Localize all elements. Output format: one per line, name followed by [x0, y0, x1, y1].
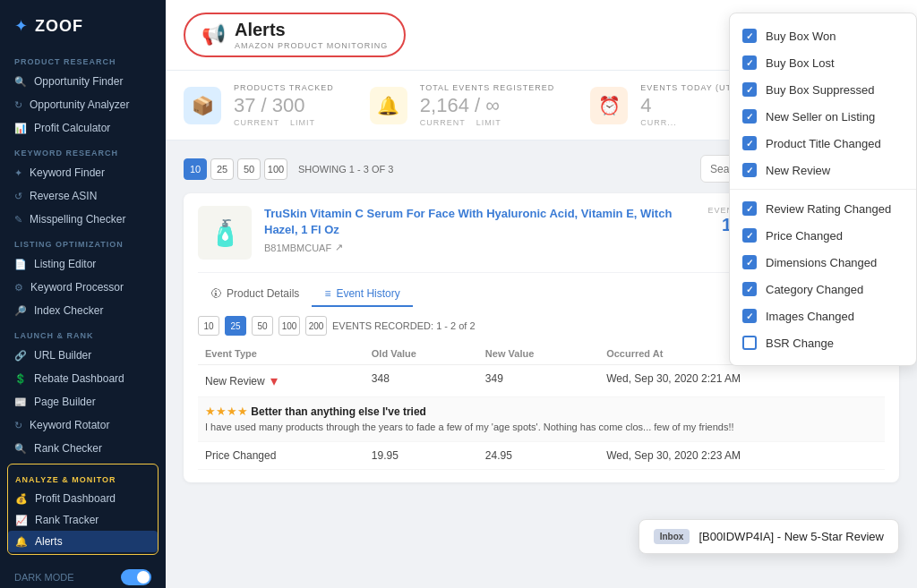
checkbox-price-changed[interactable]	[742, 228, 757, 243]
keyword-rotator-icon: ↻	[14, 420, 22, 431]
checkbox-new-seller[interactable]	[742, 109, 757, 124]
rebate-dashboard-icon: 💲	[14, 373, 27, 385]
sidebar-item-profit-calculator[interactable]: 📊Profit Calculator	[0, 116, 166, 140]
dropdown-label-buy-box-suppressed: Buy Box Suppressed	[766, 83, 874, 97]
alerts-title-text: Alerts AMAZON PRODUCT MONITORING	[235, 20, 388, 50]
chevron-down-icon[interactable]: ▾	[270, 372, 278, 389]
total-events-limit: ∞	[485, 94, 500, 116]
page-size-25[interactable]: 25	[210, 158, 234, 180]
alerts-subtitle: AMAZON PRODUCT MONITORING	[235, 41, 388, 50]
dropdown-item-new-review[interactable]: New Review	[730, 157, 916, 183]
checkbox-new-review[interactable]	[742, 163, 757, 177]
section-title-listing-optimization: LISTING OPTIMIZATION	[0, 231, 166, 252]
page-size-buttons: 10 25 50 100	[184, 158, 287, 180]
section-title-launch-rank: LAUNCH & RANK	[0, 322, 166, 344]
opportunity-analyzer-icon: ↻	[14, 99, 22, 111]
sidebar-item-url-builder[interactable]: 🔗URL Builder	[0, 344, 166, 367]
dropdown-item-buy-box-lost[interactable]: Buy Box Lost	[730, 49, 916, 76]
alerts-title: Alerts	[235, 20, 286, 39]
events-ps-25[interactable]: 25	[225, 316, 246, 336]
sidebar-item-listing-editor[interactable]: 📄Listing Editor	[0, 252, 166, 276]
page-size-50[interactable]: 50	[237, 158, 261, 180]
dropdown-item-category-changed[interactable]: Category Changed	[730, 276, 916, 303]
dropdown-item-dimensions-changed[interactable]: Dimensions Changed	[730, 249, 916, 276]
total-events-sublabels: CURRENT LIMIT	[420, 118, 554, 127]
dropdown-item-buy-box-won[interactable]: Buy Box Won	[730, 22, 916, 49]
checkbox-images-changed[interactable]	[742, 309, 757, 323]
products-tracked-sublabels: CURRENT LIMIT	[234, 118, 334, 127]
total-events-value: 2,164 / ∞	[420, 94, 554, 117]
section-title-analyze-monitor: ANALYZE & MONITOR	[8, 466, 158, 488]
tab-buttons: 🛈 Product Details ≡ Event History	[198, 282, 413, 307]
dropdown-item-bsr-change[interactable]: BSR Change	[730, 329, 916, 356]
tab-product-details[interactable]: 🛈 Product Details	[198, 282, 312, 307]
checkbox-buy-box-lost[interactable]	[742, 55, 757, 70]
events-ps-10[interactable]: 10	[198, 316, 219, 336]
sidebar-item-label: Keyword Rotator	[30, 419, 109, 431]
events-today-value: 4	[640, 94, 741, 117]
sidebar-item-keyword-finder[interactable]: ✦Keyword Finder	[0, 161, 166, 184]
sidebar: ✦ ZOOF PRODUCT RESEARCH 🔍Opportunity Fin…	[0, 0, 166, 588]
events-ps-200[interactable]: 200	[305, 316, 327, 336]
events-ps-50[interactable]: 50	[252, 316, 273, 336]
sidebar-item-rank-tracker[interactable]: 📈Rank Tracker	[8, 509, 158, 531]
dropdown-item-images-changed[interactable]: Images Changed	[730, 303, 916, 329]
checkbox-review-rating-changed[interactable]	[742, 201, 757, 216]
dropdown-label-buy-box-won: Buy Box Won	[766, 30, 836, 43]
checkbox-buy-box-won[interactable]	[742, 29, 757, 43]
checkbox-product-title-changed[interactable]	[742, 136, 757, 150]
tab-event-history[interactable]: ≡ Event History	[312, 282, 412, 307]
page-size-100[interactable]: 100	[264, 158, 287, 180]
sidebar-section-product-research: PRODUCT RESEARCH 🔍Opportunity Finder ↻Op…	[0, 48, 166, 140]
sidebar-item-keyword-rotator[interactable]: ↻Keyword Rotator	[0, 413, 166, 437]
stat-events-today: ⏰ EVENTS TODAY (UTC) 4 CURR...	[590, 83, 741, 127]
page-size-10[interactable]: 10	[184, 158, 207, 180]
dropdown-item-product-title-changed[interactable]: Product Title Changed	[730, 130, 916, 157]
event-type-cell: New Review ▾	[198, 365, 364, 397]
checkbox-dimensions-changed[interactable]	[742, 255, 757, 269]
sidebar-item-page-builder[interactable]: 📰Page Builder	[0, 390, 166, 413]
sidebar-item-profit-dashboard[interactable]: 💰Profit Dashboard	[8, 488, 158, 509]
url-builder-icon: 🔗	[14, 350, 27, 362]
events-ps-100[interactable]: 100	[279, 316, 300, 336]
checkbox-buy-box-suppressed[interactable]	[742, 82, 757, 97]
sidebar-item-keyword-processor[interactable]: ⚙Keyword Processor	[0, 276, 166, 299]
dropdown-item-price-changed[interactable]: Price Changed	[730, 222, 916, 249]
sidebar-item-index-checker[interactable]: 🔎Index Checker	[0, 299, 166, 322]
external-link-icon[interactable]: ↗	[335, 242, 343, 253]
sidebar-item-rebate-dashboard[interactable]: 💲Rebate Dashboard	[0, 367, 166, 390]
dropdown-label-new-review: New Review	[766, 164, 830, 177]
profit-calculator-icon: 📊	[14, 123, 27, 134]
products-tracked-numbers: PRODUCTS TRACKED 37 / 300 CURRENT LIMIT	[234, 83, 334, 127]
sidebar-item-reverse-asin[interactable]: ↺Reverse ASIN	[0, 184, 166, 208]
checkbox-category-changed[interactable]	[742, 282, 757, 296]
sidebar-item-label: Profit Dashboard	[35, 492, 116, 505]
dark-mode-label: DARK MODE	[14, 572, 74, 583]
inbox-badge: Inbox	[654, 529, 690, 544]
sidebar-item-label: Rank Checker	[34, 442, 102, 455]
section-title-product-research: PRODUCT RESEARCH	[0, 48, 166, 70]
events-today-current: 4	[640, 94, 651, 116]
review-row: ★★★★ Better than anything else I've trie…	[198, 397, 885, 442]
new-value-cell-2: 24.95	[478, 442, 599, 470]
sidebar-item-rank-checker[interactable]: 🔍Rank Checker	[0, 437, 166, 460]
product-info: TruSkin Vitamin C Serum For Face With Hy…	[264, 206, 695, 253]
events-showing-text: EVENTS RECORDED: 1 - 2 of 2	[332, 320, 476, 331]
sidebar-item-opportunity-analyzer[interactable]: ↻Opportunity Analyzer	[0, 93, 166, 116]
dark-mode-toggle[interactable]	[121, 569, 151, 585]
sidebar-item-label: Reverse ASIN	[30, 190, 97, 202]
dropdown-item-new-seller[interactable]: New Seller on Listing	[730, 103, 916, 130]
product-title[interactable]: TruSkin Vitamin C Serum For Face With Hy…	[264, 206, 695, 238]
sidebar-item-opportunity-finder[interactable]: 🔍Opportunity Finder	[0, 70, 166, 93]
occurred-at-cell: Wed, Sep 30, 2020 2:21 AM	[599, 365, 885, 397]
sidebar-item-alerts[interactable]: 🔔Alerts	[8, 531, 158, 552]
product-image: 🧴	[198, 206, 252, 260]
event-type-label: New Review	[205, 375, 265, 388]
dropdown-item-buy-box-suppressed[interactable]: Buy Box Suppressed	[730, 76, 916, 103]
sidebar-item-misspelling-checker[interactable]: ✎Misspelling Checker	[0, 208, 166, 231]
dropdown-label-dimensions-changed: Dimensions Changed	[766, 256, 877, 269]
main-content: 📢 Alerts AMAZON PRODUCT MONITORING + Add…	[166, 0, 917, 588]
dropdown-item-review-rating-changed[interactable]: Review Rating Changed	[730, 195, 916, 222]
products-tracked-label: PRODUCTS TRACKED	[234, 83, 334, 92]
checkbox-bsr-change[interactable]	[742, 336, 757, 350]
